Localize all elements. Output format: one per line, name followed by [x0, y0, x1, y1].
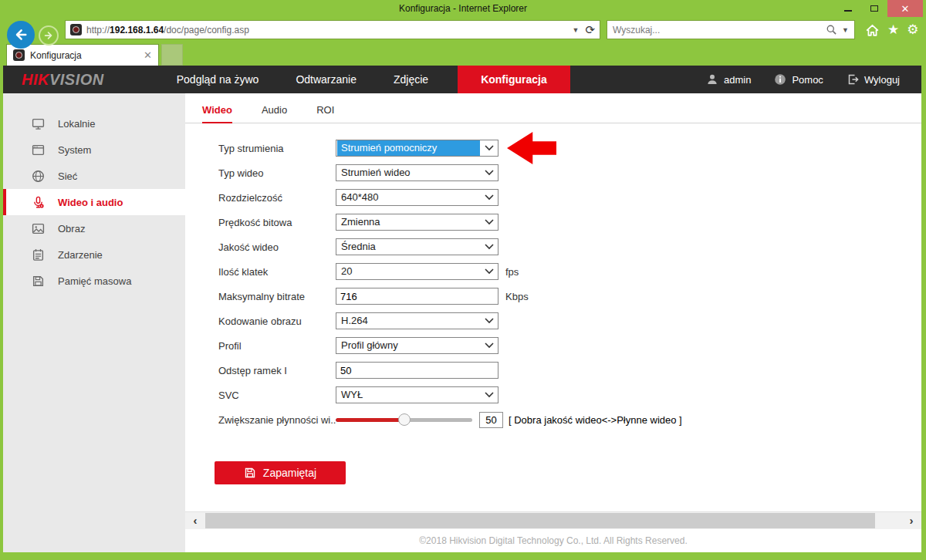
video-type-select[interactable]: Strumień wideo — [336, 164, 498, 181]
user-menu[interactable]: admin — [706, 73, 751, 86]
chevron-down-icon[interactable] — [481, 170, 498, 176]
chevron-down-icon[interactable] — [481, 145, 498, 151]
nav-item-label: Konfiguracja — [481, 73, 547, 86]
chevron-down-icon[interactable] — [481, 194, 498, 201]
bottom-strip: ‹ › ©2018 Hikvision Digital Technology C… — [185, 511, 921, 552]
home-icon[interactable] — [865, 23, 880, 37]
sidebar-item-sieć[interactable]: Sieć — [3, 163, 185, 189]
user-label: admin — [724, 74, 751, 86]
browser-toolbar: http://192.168.1.64/doc/page/config.asp … — [0, 17, 926, 42]
frame-rate-value: 20 — [337, 264, 480, 279]
sidebar-item-label: Zdarzenie — [58, 249, 103, 261]
microphone-icon — [32, 196, 45, 209]
tab-favicon-icon — [13, 49, 25, 61]
scroll-left-icon[interactable]: ‹ — [185, 512, 205, 529]
video-quality-select[interactable]: Średnia — [336, 238, 498, 255]
settings-gear-icon[interactable]: ⚙ — [907, 23, 918, 36]
window-title: Konfiguracja - Internet Explorer — [0, 3, 926, 14]
favorites-star-icon[interactable]: ★ — [887, 23, 899, 36]
chevron-down-icon[interactable] — [481, 219, 498, 225]
chevron-down-icon[interactable] — [481, 268, 498, 275]
address-bar[interactable]: http://192.168.1.64/doc/page/config.asp … — [65, 20, 600, 39]
smoothing-value-input[interactable] — [479, 412, 503, 428]
image-icon — [32, 222, 45, 235]
url-text: http://192.168.1.64/doc/page/config.asp — [86, 25, 568, 35]
sidebar-item-label: Pamięć masowa — [58, 275, 131, 287]
profile-value: Profil główny — [337, 338, 480, 353]
nav-item-1[interactable]: Odtwarzanie — [277, 66, 375, 93]
browser-tab-konfiguracja[interactable]: Konfiguracja ✕ — [6, 44, 159, 66]
sidebar-item-system[interactable]: System — [3, 137, 185, 163]
back-button[interactable] — [7, 21, 35, 49]
sidebar-item-zdarzenie[interactable]: Zdarzenie — [3, 241, 185, 268]
chevron-down-icon[interactable] — [481, 318, 498, 324]
bitrate-type-select[interactable]: Zmienna — [336, 214, 498, 231]
address-dropdown-icon[interactable]: ▼ — [573, 26, 580, 34]
tab-close-icon[interactable]: ✕ — [144, 49, 152, 61]
scroll-right-icon[interactable]: › — [901, 512, 921, 529]
form-row-smoothing: Zwiększanie płynności wi... [ Dobra jako… — [218, 407, 921, 432]
video-encoding-select[interactable]: H.264 — [336, 312, 498, 329]
tab-audio[interactable]: Audio — [262, 104, 287, 123]
profile-select[interactable]: Profil główny — [336, 337, 498, 354]
save-button[interactable]: Zapamiętaj — [215, 461, 346, 484]
sidebar-item-wideo-i-audio[interactable]: Wideo i audio — [3, 189, 185, 215]
search-placeholder: Wyszukaj... — [613, 25, 821, 35]
maximize-icon — [870, 5, 878, 12]
smoothing-slider[interactable] — [336, 413, 472, 426]
horizontal-scrollbar[interactable]: ‹ › — [185, 512, 921, 529]
header-right: admin Pomoc Wyloguj — [706, 66, 900, 93]
tab-title: Konfiguracja — [30, 50, 138, 61]
form-row-label: Typ strumienia — [218, 143, 336, 154]
form-row-stream-type: Typ strumienia Strumień pomocniczy — [218, 136, 921, 160]
form-row-label: SVC — [218, 390, 336, 401]
sidebar-item-pamięć-masowa[interactable]: Pamięć masowa — [3, 268, 185, 294]
minimize-button[interactable] — [835, 0, 861, 17]
form-row-label: Typ wideo — [218, 167, 336, 179]
form-row-profile: Profil Profil główny — [218, 333, 921, 358]
save-icon — [244, 467, 256, 479]
network-icon — [32, 170, 45, 183]
info-icon — [774, 73, 786, 86]
forward-button[interactable] — [39, 25, 59, 46]
search-box[interactable]: Wyszukaj... ▼ — [607, 20, 855, 39]
scrollbar-thumb[interactable] — [205, 513, 875, 528]
logout-button[interactable]: Wyloguj — [847, 73, 900, 86]
resolution-select[interactable]: 640*480 — [336, 189, 498, 206]
main-nav: Podgląd na żywoOdtwarzanieZdjęcieKonfigu… — [158, 66, 570, 93]
slider-knob[interactable] — [398, 413, 411, 426]
search-icon[interactable] — [826, 24, 837, 35]
svc-select[interactable]: WYŁ — [336, 386, 498, 403]
nav-item-0[interactable]: Podgląd na żywo — [158, 66, 278, 93]
refresh-icon[interactable]: ⟳ — [585, 23, 595, 37]
tab-wideo[interactable]: Wideo — [202, 104, 232, 123]
help-button[interactable]: Pomoc — [774, 73, 823, 86]
svc-value: WYŁ — [337, 387, 480, 403]
search-dropdown-icon[interactable]: ▼ — [842, 26, 849, 34]
nav-item-2[interactable]: Zdjęcie — [375, 66, 447, 93]
tab-roi[interactable]: ROI — [316, 104, 334, 123]
sidebar-item-lokalnie[interactable]: Lokalnie — [3, 110, 185, 137]
back-arrow-icon — [13, 27, 29, 42]
content-tabs: WideoAudioROI — [185, 104, 921, 123]
max-bitrate-input[interactable] — [336, 288, 498, 305]
close-button[interactable]: ✕ — [887, 0, 923, 17]
chevron-down-icon[interactable] — [481, 342, 498, 349]
video-type-value: Strumień wideo — [337, 165, 480, 180]
help-label: Pomoc — [792, 74, 823, 86]
chevron-down-icon[interactable] — [481, 244, 498, 250]
close-icon: ✕ — [901, 3, 910, 15]
sidebar-item-obraz[interactable]: Obraz — [3, 215, 185, 241]
nav-item-3[interactable]: Konfiguracja — [458, 66, 570, 93]
i-frame-interval-input[interactable] — [336, 362, 498, 379]
stream-type-select[interactable]: Strumień pomocniczy — [336, 140, 498, 157]
app-header: HIKVISION Podgląd na żywoOdtwarzanieZdję… — [3, 66, 921, 93]
video-settings-form: Typ strumienia Strumień pomocniczy Typ w… — [218, 136, 921, 432]
content: WideoAudioROI Typ strumienia Strumień po… — [185, 93, 921, 511]
frame-rate-select[interactable]: 20 — [336, 263, 498, 280]
chevron-down-icon[interactable] — [481, 392, 498, 398]
new-tab-button[interactable] — [161, 44, 183, 66]
sidebar-item-label: System — [58, 144, 91, 156]
sidebar-item-label: Lokalnie — [58, 118, 95, 130]
maximize-button[interactable] — [861, 0, 887, 17]
